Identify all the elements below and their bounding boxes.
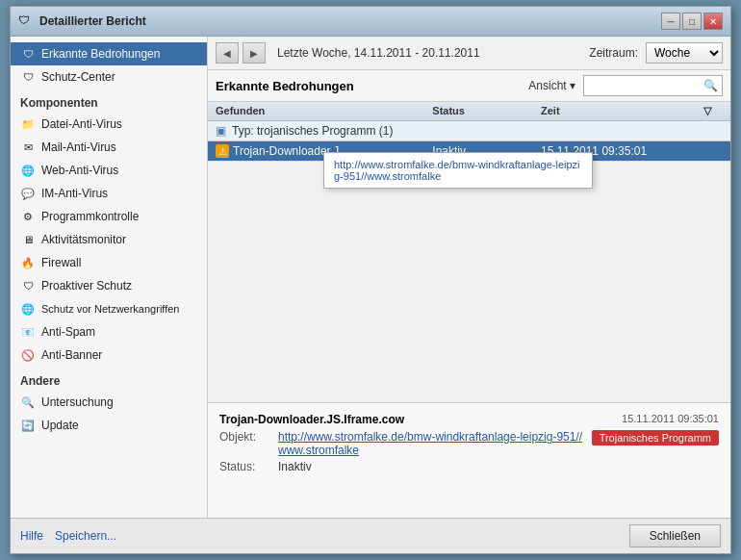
title-bar: 🛡 Detaillierter Bericht ─ □ ✕ bbox=[11, 7, 730, 37]
netz-icon: 🌐 bbox=[20, 301, 36, 317]
sidebar-item-aktivitatsmonitor[interactable]: 🖥 Aktivitätsmonitor bbox=[11, 228, 207, 251]
col-gefunden: Gefunden bbox=[216, 105, 432, 117]
threat-icon: ⚠ bbox=[216, 144, 229, 158]
sidebar-item-untersuchung[interactable]: 🔍 Untersuchung bbox=[11, 391, 207, 414]
sidebar-item-web-anti-virus[interactable]: 🌐 Web-Anti-Virus bbox=[11, 159, 207, 182]
sidebar-item-label: Anti-Banner bbox=[41, 348, 102, 362]
content-area: 🛡 Erkannte Bedrohungen 🛡 Schutz-Center K… bbox=[11, 37, 730, 518]
help-link[interactable]: Hilfe bbox=[20, 529, 43, 543]
sidebar-item-firewall[interactable]: 🔥 Firewall bbox=[11, 251, 207, 274]
update-icon: 🔄 bbox=[20, 418, 36, 433]
search-input[interactable] bbox=[588, 79, 703, 92]
sidebar-item-schutz-center[interactable]: 🛡 Schutz-Center bbox=[11, 65, 207, 89]
sidebar-item-update[interactable]: 🔄 Update bbox=[11, 414, 207, 437]
app-icon: 🛡 bbox=[18, 13, 34, 29]
detail-status-field: Status: Inaktiv bbox=[219, 460, 719, 473]
monitor-icon: 🖥 bbox=[20, 232, 36, 247]
table-body: ▣ Typ: trojanisches Programm (1) ⚠ Troja… bbox=[208, 121, 730, 402]
view-button[interactable]: Ansicht ▾ bbox=[528, 79, 575, 92]
mail-icon: ✉ bbox=[20, 140, 36, 155]
detail-status-label: Status: bbox=[219, 460, 272, 473]
title-bar-controls: ─ □ ✕ bbox=[661, 13, 723, 30]
sidebar-item-label: Anti-Spam bbox=[41, 325, 95, 339]
sidebar-item-erkannte-bedrohungen[interactable]: 🛡 Erkannte Bedrohungen bbox=[11, 42, 207, 65]
sidebar: 🛡 Erkannte Bedrohungen 🛡 Schutz-Center K… bbox=[11, 37, 208, 518]
sidebar-item-label: Schutz vor Netzwerkangriffen bbox=[41, 303, 179, 315]
restore-button[interactable]: □ bbox=[682, 13, 702, 30]
tooltip-url: http://www.stromfalke.de/bmw-windkraftan… bbox=[334, 159, 580, 182]
im-icon: 💬 bbox=[20, 186, 36, 201]
sidebar-item-label: Erkannte Bedrohungen bbox=[41, 47, 160, 61]
next-button[interactable]: ▶ bbox=[243, 42, 266, 64]
detail-date: 15.11.2011 09:35:01 bbox=[622, 413, 719, 424]
url-tooltip: http://www.stromfalke.de/bmw-windkraftan… bbox=[323, 152, 593, 189]
sidebar-item-label: Untersuchung bbox=[41, 395, 114, 409]
schutz-center-icon: 🛡 bbox=[20, 69, 36, 85]
sidebar-item-proaktiver-schutz[interactable]: 🛡 Proaktiver Schutz bbox=[11, 274, 207, 297]
group-row-label: Typ: trojanisches Programm (1) bbox=[232, 124, 393, 138]
erkannte-bedrohungen-icon: 🛡 bbox=[20, 46, 36, 62]
sidebar-item-anti-banner[interactable]: 🚫 Anti-Banner bbox=[11, 344, 207, 367]
detail-tag-badge: Trojanisches Programm bbox=[592, 430, 719, 445]
period-label: Zeitraum: bbox=[589, 46, 638, 60]
firewall-icon: 🔥 bbox=[20, 255, 36, 270]
close-button-bottom[interactable]: Schließen bbox=[629, 524, 721, 547]
period-select[interactable]: Woche Monat Jahr bbox=[646, 42, 723, 64]
banner-icon: 🚫 bbox=[20, 347, 36, 363]
web-icon: 🌐 bbox=[20, 163, 36, 178]
detail-status-value: Inaktiv bbox=[278, 460, 312, 473]
section-komponenten: Komponenten bbox=[11, 89, 207, 113]
sidebar-item-label: Schutz-Center bbox=[41, 70, 115, 84]
sidebar-item-label: Update bbox=[41, 419, 79, 432]
col-zeit: Zeit bbox=[541, 105, 703, 117]
sidebar-item-label: Mail-Anti-Virus bbox=[41, 140, 116, 154]
sidebar-item-netzwerkangriffe[interactable]: 🌐 Schutz vor Netzwerkangriffen bbox=[11, 297, 207, 320]
detail-object-label: Objekt: bbox=[219, 430, 272, 444]
main-window: 🛡 Detaillierter Bericht ─ □ ✕ 🛡 Erkannte… bbox=[10, 6, 731, 554]
proaktiv-icon: 🛡 bbox=[20, 278, 36, 293]
close-button[interactable]: ✕ bbox=[703, 13, 723, 30]
col-filter-icon[interactable]: ▽ bbox=[703, 105, 723, 117]
section-andere: Andere bbox=[11, 367, 207, 391]
bottom-bar: Hilfe Speichern... Schließen bbox=[11, 518, 730, 553]
table-title: Erkannte Bedrohungen bbox=[216, 79, 528, 93]
sidebar-item-anti-spam[interactable]: 📧 Anti-Spam bbox=[11, 320, 207, 344]
detail-object-field: Objekt: http://www.stromfalke.de/bmw-win… bbox=[219, 430, 719, 457]
untersuchung-icon: 🔍 bbox=[20, 395, 36, 410]
group-expand-icon[interactable]: ▣ bbox=[216, 124, 226, 138]
detail-threat-name: Trojan-Downloader.JS.Iframe.cow bbox=[219, 413, 622, 426]
sidebar-item-label: Proaktiver Schutz bbox=[41, 279, 132, 293]
search-icon[interactable]: 🔍 bbox=[703, 79, 718, 92]
sidebar-item-label: Firewall bbox=[41, 256, 81, 269]
title-bar-left: 🛡 Detaillierter Bericht bbox=[18, 13, 146, 29]
prog-icon: ⚙ bbox=[20, 209, 36, 224]
prev-button[interactable]: ◀ bbox=[216, 42, 239, 64]
toolbar: ◀ ▶ Letzte Woche, 14.11.2011 - 20.11.201… bbox=[208, 37, 730, 70]
sidebar-item-label: IM-Anti-Virus bbox=[41, 187, 108, 200]
detail-name-row: Trojan-Downloader.JS.Iframe.cow 15.11.20… bbox=[219, 413, 719, 426]
save-link[interactable]: Speichern... bbox=[55, 529, 116, 543]
sidebar-item-label: Aktivitätsmonitor bbox=[41, 233, 126, 246]
datei-icon: 📁 bbox=[20, 116, 36, 132]
main-panel: ◀ ▶ Letzte Woche, 14.11.2011 - 20.11.201… bbox=[208, 37, 730, 518]
spam-icon: 📧 bbox=[20, 324, 36, 340]
sidebar-item-im-anti-virus[interactable]: 💬 IM-Anti-Virus bbox=[11, 182, 207, 205]
sidebar-item-label: Datei-Anti-Virus bbox=[41, 117, 122, 131]
sidebar-item-mail-anti-virus[interactable]: ✉ Mail-Anti-Virus bbox=[11, 136, 207, 159]
sidebar-item-label: Web-Anti-Virus bbox=[41, 164, 118, 177]
date-range: Letzte Woche, 14.11.2011 - 20.11.2011 bbox=[277, 46, 480, 60]
col-status: Status bbox=[432, 105, 541, 117]
minimize-button[interactable]: ─ bbox=[661, 13, 680, 30]
detail-object-url[interactable]: http://www.stromfalke.de/bmw-windkraftan… bbox=[278, 430, 584, 457]
detail-panel: Trojan-Downloader.JS.Iframe.cow 15.11.20… bbox=[208, 402, 730, 518]
table-columns: Gefunden Status Zeit ▽ bbox=[208, 102, 730, 121]
sidebar-item-datei-anti-virus[interactable]: 📁 Datei-Anti-Virus bbox=[11, 113, 207, 136]
group-row: ▣ Typ: trojanisches Programm (1) bbox=[208, 121, 730, 141]
sidebar-item-programmkontrolle[interactable]: ⚙ Programmkontrolle bbox=[11, 205, 207, 228]
window-title: Detaillierter Bericht bbox=[39, 14, 146, 28]
table-header-bar: Erkannte Bedrohungen Ansicht ▾ 🔍 bbox=[208, 70, 730, 102]
search-box: 🔍 bbox=[583, 75, 723, 96]
sidebar-item-label: Programmkontrolle bbox=[41, 210, 139, 223]
